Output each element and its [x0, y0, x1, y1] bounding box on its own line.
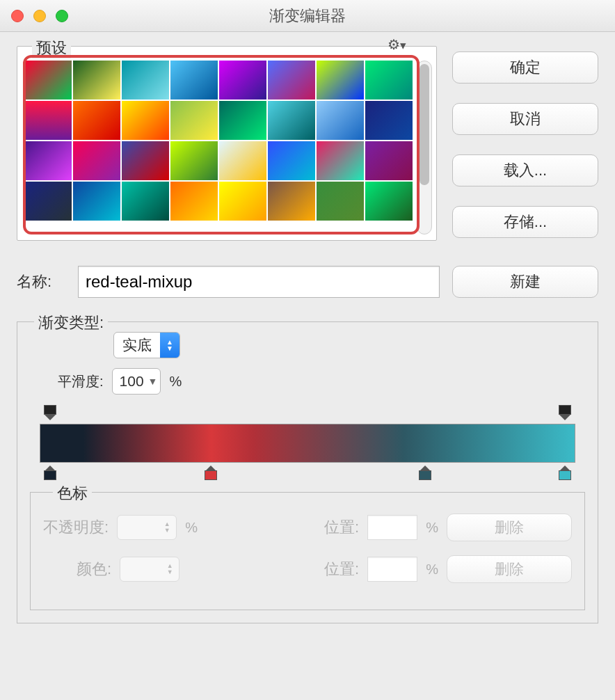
presets-scrollbar[interactable] — [417, 61, 432, 234]
preset-swatch[interactable] — [122, 101, 169, 140]
smoothness-select[interactable]: 100 ▼ — [112, 368, 161, 395]
gradient-type-label: 渐变类型: — [34, 312, 108, 333]
chevron-down-icon: ▼ — [148, 376, 158, 387]
cancel-button[interactable]: 取消 — [452, 103, 598, 135]
preset-swatch[interactable] — [24, 182, 72, 221]
preset-swatch[interactable] — [268, 141, 315, 180]
preset-swatch[interactable] — [317, 61, 364, 100]
preset-swatch[interactable] — [122, 61, 169, 100]
opacity-position-input[interactable] — [367, 515, 417, 540]
preset-swatch[interactable] — [365, 101, 413, 140]
preset-swatch[interactable] — [268, 101, 315, 140]
preset-swatch[interactable] — [122, 141, 169, 180]
opacity-stop[interactable] — [42, 406, 58, 421]
preset-swatch[interactable] — [170, 61, 218, 100]
preset-swatch[interactable] — [219, 182, 266, 221]
color-input[interactable]: ▲▼ — [120, 557, 179, 582]
delete-opacity-stop-button[interactable]: 删除 — [447, 514, 572, 541]
preset-swatch[interactable] — [219, 61, 266, 100]
gradient-type-value: 实底 — [114, 335, 160, 355]
opacity-input[interactable]: ▲▼ — [117, 515, 177, 540]
color-position-unit: % — [426, 562, 438, 578]
presets-grid — [17, 47, 415, 240]
preset-swatch[interactable] — [268, 182, 315, 221]
preset-swatch[interactable] — [365, 61, 413, 100]
preset-swatch[interactable] — [73, 182, 120, 221]
color-position-input[interactable] — [367, 557, 417, 582]
smoothness-value: 100 — [120, 373, 144, 390]
preset-swatch[interactable] — [317, 182, 364, 221]
preset-swatch[interactable] — [73, 61, 120, 100]
color-position-label: 位置: — [324, 559, 359, 580]
color-stop[interactable] — [203, 466, 218, 481]
preset-swatch[interactable] — [219, 141, 266, 180]
scrollbar-thumb[interactable] — [420, 64, 429, 185]
opacity-unit: % — [185, 520, 198, 536]
color-stop[interactable] — [42, 466, 58, 481]
preset-swatch[interactable] — [170, 141, 218, 180]
presets-label: 预设 — [32, 38, 71, 58]
gradient-type-select[interactable]: 实底 ▲▼ — [113, 332, 180, 358]
preset-swatch[interactable] — [365, 182, 413, 221]
window-titlebar: 渐变编辑器 — [0, 0, 615, 32]
preset-swatch[interactable] — [73, 141, 120, 180]
ok-button[interactable]: 确定 — [452, 51, 598, 83]
preset-swatch[interactable] — [268, 61, 315, 100]
load-button[interactable]: 载入... — [452, 154, 598, 186]
stops-group-label: 色标 — [53, 483, 92, 504]
stepper-icon: ▲▼ — [158, 521, 176, 534]
presets-gear-icon[interactable]: ⚙︎▾ — [388, 36, 406, 53]
gradient-bar[interactable] — [40, 424, 575, 463]
preset-swatch[interactable] — [365, 141, 413, 180]
new-button[interactable]: 新建 — [452, 266, 598, 298]
preset-swatch[interactable] — [24, 141, 72, 180]
stepper-icon: ▲▼ — [161, 563, 179, 575]
preset-swatch[interactable] — [122, 182, 169, 221]
preset-swatch[interactable] — [24, 61, 72, 100]
save-button[interactable]: 存储... — [452, 206, 598, 238]
window-title: 渐变编辑器 — [0, 6, 615, 26]
smoothness-unit: % — [169, 374, 182, 390]
gradient-editor — [30, 406, 585, 489]
preset-swatch[interactable] — [170, 182, 218, 221]
preset-swatch[interactable] — [317, 101, 364, 140]
preset-swatch[interactable] — [24, 101, 72, 140]
color-stop[interactable] — [557, 466, 573, 481]
preset-swatch[interactable] — [317, 141, 364, 180]
color-label: 颜色: — [77, 559, 111, 580]
select-arrows-icon: ▲▼ — [160, 333, 179, 358]
preset-swatch[interactable] — [219, 101, 266, 140]
color-stop[interactable] — [417, 466, 433, 481]
opacity-label: 不透明度: — [43, 517, 109, 538]
presets-panel — [17, 46, 437, 241]
name-label: 名称: — [17, 271, 65, 292]
opacity-position-unit: % — [426, 520, 438, 536]
smoothness-label: 平滑度: — [58, 372, 104, 391]
preset-swatch[interactable] — [73, 101, 120, 140]
opacity-position-label: 位置: — [324, 517, 359, 538]
delete-color-stop-button[interactable]: 删除 — [447, 555, 572, 583]
name-input[interactable] — [78, 266, 440, 298]
preset-swatch[interactable] — [170, 101, 218, 140]
opacity-stop[interactable] — [557, 406, 573, 421]
